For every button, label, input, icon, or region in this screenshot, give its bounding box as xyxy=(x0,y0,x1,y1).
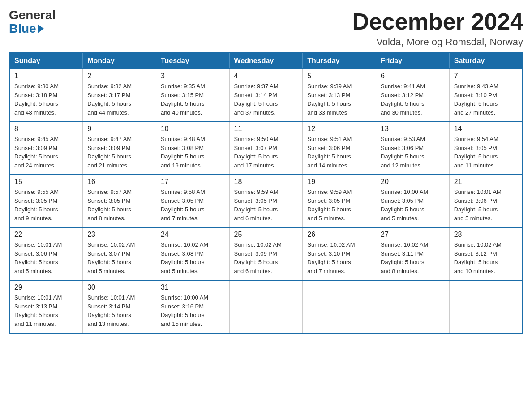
day-number: 26 xyxy=(307,231,371,239)
day-number: 14 xyxy=(454,125,518,133)
day-number: 5 xyxy=(307,72,371,80)
calendar-cell: 24Sunrise: 10:02 AM Sunset: 3:08 PM Dayl… xyxy=(156,227,229,280)
day-number: 20 xyxy=(381,178,445,186)
week-row-3: 22Sunrise: 10:01 AM Sunset: 3:06 PM Dayl… xyxy=(9,227,523,280)
calendar-cell: 9Sunrise: 9:47 AM Sunset: 3:09 PM Daylig… xyxy=(83,122,156,175)
calendar-header: SundayMondayTuesdayWednesdayThursdayFrid… xyxy=(9,53,523,69)
day-info: Sunrise: 9:55 AM Sunset: 3:05 PM Dayligh… xyxy=(14,188,78,223)
page-header: General Blue December 2024 Volda, More o… xyxy=(9,9,523,48)
title-section: December 2024 Volda, More og Romsdal, No… xyxy=(352,9,523,48)
day-info: Sunrise: 9:58 AM Sunset: 3:05 PM Dayligh… xyxy=(161,188,225,223)
day-number: 13 xyxy=(381,125,445,133)
calendar-cell: 17Sunrise: 9:58 AM Sunset: 3:05 PM Dayli… xyxy=(156,175,229,227)
logo-general-text: General xyxy=(9,9,56,21)
logo: General Blue xyxy=(9,9,56,36)
day-info: Sunrise: 9:35 AM Sunset: 3:15 PM Dayligh… xyxy=(161,82,225,117)
logo-triangle-icon xyxy=(38,24,44,33)
calendar-body: 1Sunrise: 9:30 AM Sunset: 3:18 PM Daylig… xyxy=(9,69,523,333)
calendar-cell: 10Sunrise: 9:48 AM Sunset: 3:08 PM Dayli… xyxy=(156,122,229,175)
day-info: Sunrise: 9:54 AM Sunset: 3:05 PM Dayligh… xyxy=(454,135,518,170)
day-info: Sunrise: 9:47 AM Sunset: 3:09 PM Dayligh… xyxy=(87,135,151,170)
calendar-cell: 2Sunrise: 9:32 AM Sunset: 3:17 PM Daylig… xyxy=(83,69,156,122)
calendar-cell: 31Sunrise: 10:00 AM Sunset: 3:16 PM Dayl… xyxy=(156,280,229,333)
day-number: 19 xyxy=(307,178,371,186)
calendar-cell: 6Sunrise: 9:41 AM Sunset: 3:12 PM Daylig… xyxy=(376,69,450,122)
calendar-cell: 1Sunrise: 9:30 AM Sunset: 3:18 PM Daylig… xyxy=(9,69,83,122)
day-info: Sunrise: 10:02 AM Sunset: 3:09 PM Daylig… xyxy=(234,240,298,275)
day-number: 2 xyxy=(87,72,151,80)
week-row-2: 15Sunrise: 9:55 AM Sunset: 3:05 PM Dayli… xyxy=(9,175,523,227)
calendar-cell: 11Sunrise: 9:50 AM Sunset: 3:07 PM Dayli… xyxy=(229,122,303,175)
calendar-cell: 28Sunrise: 10:02 AM Sunset: 3:12 PM Dayl… xyxy=(449,227,523,280)
day-info: Sunrise: 9:32 AM Sunset: 3:17 PM Dayligh… xyxy=(87,82,151,117)
day-number: 6 xyxy=(381,72,445,80)
calendar-cell: 30Sunrise: 10:01 AM Sunset: 3:14 PM Dayl… xyxy=(83,280,156,333)
calendar-cell: 29Sunrise: 10:01 AM Sunset: 3:13 PM Dayl… xyxy=(9,280,83,333)
calendar-cell xyxy=(229,280,303,333)
header-friday: Friday xyxy=(376,53,450,69)
calendar-cell: 26Sunrise: 10:02 AM Sunset: 3:10 PM Dayl… xyxy=(303,227,376,280)
day-info: Sunrise: 10:02 AM Sunset: 3:11 PM Daylig… xyxy=(381,240,445,275)
calendar-cell: 13Sunrise: 9:53 AM Sunset: 3:06 PM Dayli… xyxy=(376,122,450,175)
day-number: 9 xyxy=(87,125,151,133)
day-info: Sunrise: 9:45 AM Sunset: 3:09 PM Dayligh… xyxy=(14,135,78,170)
day-info: Sunrise: 9:43 AM Sunset: 3:10 PM Dayligh… xyxy=(454,82,518,117)
logo-blue-text: Blue xyxy=(9,21,36,36)
day-number: 31 xyxy=(161,283,225,291)
day-info: Sunrise: 10:01 AM Sunset: 3:14 PM Daylig… xyxy=(87,293,151,328)
calendar-cell: 27Sunrise: 10:02 AM Sunset: 3:11 PM Dayl… xyxy=(376,227,450,280)
day-info: Sunrise: 10:02 AM Sunset: 3:10 PM Daylig… xyxy=(307,240,371,275)
day-info: Sunrise: 10:00 AM Sunset: 3:16 PM Daylig… xyxy=(161,293,225,328)
header-row: SundayMondayTuesdayWednesdayThursdayFrid… xyxy=(9,53,523,69)
day-number: 21 xyxy=(454,178,518,186)
calendar-cell: 5Sunrise: 9:39 AM Sunset: 3:13 PM Daylig… xyxy=(303,69,376,122)
day-number: 8 xyxy=(14,125,78,133)
day-info: Sunrise: 9:30 AM Sunset: 3:18 PM Dayligh… xyxy=(14,82,78,117)
day-info: Sunrise: 10:00 AM Sunset: 3:05 PM Daylig… xyxy=(381,188,445,223)
day-number: 24 xyxy=(161,231,225,239)
day-number: 23 xyxy=(87,231,151,239)
calendar-cell: 7Sunrise: 9:43 AM Sunset: 3:10 PM Daylig… xyxy=(449,69,523,122)
day-info: Sunrise: 10:01 AM Sunset: 3:13 PM Daylig… xyxy=(14,293,78,328)
day-info: Sunrise: 9:39 AM Sunset: 3:13 PM Dayligh… xyxy=(307,82,371,117)
calendar-cell xyxy=(449,280,523,333)
day-info: Sunrise: 9:51 AM Sunset: 3:06 PM Dayligh… xyxy=(307,135,371,170)
day-info: Sunrise: 10:02 AM Sunset: 3:07 PM Daylig… xyxy=(87,240,151,275)
calendar-cell: 4Sunrise: 9:37 AM Sunset: 3:14 PM Daylig… xyxy=(229,69,303,122)
day-number: 16 xyxy=(87,178,151,186)
day-number: 15 xyxy=(14,178,78,186)
calendar-cell xyxy=(376,280,450,333)
day-number: 12 xyxy=(307,125,371,133)
day-info: Sunrise: 10:02 AM Sunset: 3:12 PM Daylig… xyxy=(454,240,518,275)
day-number: 28 xyxy=(454,231,518,239)
day-number: 7 xyxy=(454,72,518,80)
day-info: Sunrise: 9:57 AM Sunset: 3:05 PM Dayligh… xyxy=(87,188,151,223)
day-number: 18 xyxy=(234,178,298,186)
day-info: Sunrise: 9:48 AM Sunset: 3:08 PM Dayligh… xyxy=(161,135,225,170)
calendar-cell xyxy=(303,280,376,333)
header-tuesday: Tuesday xyxy=(156,53,229,69)
calendar-cell: 22Sunrise: 10:01 AM Sunset: 3:06 PM Dayl… xyxy=(9,227,83,280)
calendar-cell: 8Sunrise: 9:45 AM Sunset: 3:09 PM Daylig… xyxy=(9,122,83,175)
header-monday: Monday xyxy=(83,53,156,69)
day-info: Sunrise: 9:59 AM Sunset: 3:05 PM Dayligh… xyxy=(307,188,371,223)
calendar-cell: 3Sunrise: 9:35 AM Sunset: 3:15 PM Daylig… xyxy=(156,69,229,122)
day-info: Sunrise: 10:02 AM Sunset: 3:08 PM Daylig… xyxy=(161,240,225,275)
calendar-cell: 14Sunrise: 9:54 AM Sunset: 3:05 PM Dayli… xyxy=(449,122,523,175)
calendar-cell: 15Sunrise: 9:55 AM Sunset: 3:05 PM Dayli… xyxy=(9,175,83,227)
day-number: 11 xyxy=(234,125,298,133)
day-number: 29 xyxy=(14,283,78,291)
day-info: Sunrise: 9:37 AM Sunset: 3:14 PM Dayligh… xyxy=(234,82,298,117)
day-number: 1 xyxy=(14,72,78,80)
calendar-cell: 20Sunrise: 10:00 AM Sunset: 3:05 PM Dayl… xyxy=(376,175,450,227)
day-info: Sunrise: 9:50 AM Sunset: 3:07 PM Dayligh… xyxy=(234,135,298,170)
week-row-0: 1Sunrise: 9:30 AM Sunset: 3:18 PM Daylig… xyxy=(9,69,523,122)
day-number: 10 xyxy=(161,125,225,133)
calendar-cell: 21Sunrise: 10:01 AM Sunset: 3:06 PM Dayl… xyxy=(449,175,523,227)
day-info: Sunrise: 9:59 AM Sunset: 3:05 PM Dayligh… xyxy=(234,188,298,223)
calendar-cell: 18Sunrise: 9:59 AM Sunset: 3:05 PM Dayli… xyxy=(229,175,303,227)
day-info: Sunrise: 10:01 AM Sunset: 3:06 PM Daylig… xyxy=(14,240,78,275)
calendar-table: SundayMondayTuesdayWednesdayThursdayFrid… xyxy=(9,52,523,334)
month-title: December 2024 xyxy=(352,9,523,34)
header-wednesday: Wednesday xyxy=(229,53,303,69)
